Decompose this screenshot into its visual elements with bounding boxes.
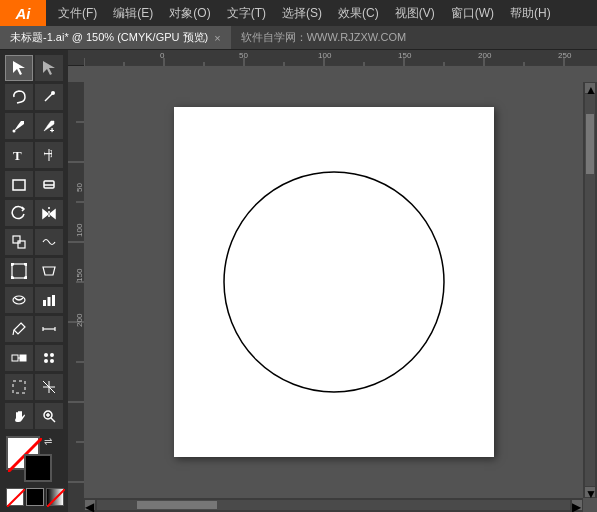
hand-tool[interactable] xyxy=(5,403,33,429)
artboard-tool2[interactable] xyxy=(5,374,33,400)
tool-row-warp xyxy=(2,228,66,256)
eyedropper-tool[interactable] xyxy=(5,316,33,342)
none-default-row xyxy=(6,488,64,506)
zoom-tool[interactable] xyxy=(35,403,63,429)
slice-tool[interactable] xyxy=(35,374,63,400)
reflect-tool[interactable] xyxy=(35,200,63,226)
lasso-tool[interactable] xyxy=(5,84,33,110)
vertical-scrollbar[interactable]: ▲ ▼ xyxy=(583,82,597,498)
rectangle-tool[interactable] xyxy=(5,171,33,197)
gradient-swatch[interactable] xyxy=(46,488,64,506)
tool-row-blend xyxy=(2,257,66,285)
svg-rect-17 xyxy=(12,264,26,278)
svg-point-21 xyxy=(25,277,28,280)
swap-colors-icon[interactable]: ⇌ xyxy=(44,436,52,447)
menu-edit[interactable]: 编辑(E) xyxy=(105,0,161,26)
menu-help[interactable]: 帮助(H) xyxy=(502,0,559,26)
menu-effect[interactable]: 效果(C) xyxy=(330,0,387,26)
svg-line-48 xyxy=(47,489,65,507)
tool-row-pen xyxy=(2,83,66,111)
canvas-svg xyxy=(174,107,494,457)
svg-text:200: 200 xyxy=(75,313,84,327)
circle-shape xyxy=(224,172,444,392)
svg-marker-13 xyxy=(43,210,48,218)
svg-line-47 xyxy=(7,489,25,507)
tool-row-shape xyxy=(2,170,66,198)
horizontal-scrollbar[interactable]: ◀ ▶ xyxy=(84,498,583,512)
menu-object[interactable]: 对象(O) xyxy=(161,0,218,26)
type-tool[interactable]: T xyxy=(5,142,33,168)
active-tab[interactable]: 未标题-1.ai* @ 150% (CMYK/GPU 预览) × xyxy=(0,26,231,49)
symbol-tool2[interactable] xyxy=(35,345,63,371)
vscroll-track[interactable] xyxy=(585,94,595,486)
rotate-tool[interactable] xyxy=(5,200,33,226)
free-transform-tool[interactable] xyxy=(5,258,33,284)
svg-text:100: 100 xyxy=(318,51,332,60)
vertical-type-tool[interactable]: T xyxy=(35,142,63,168)
reshape-tool[interactable] xyxy=(35,229,63,255)
svg-point-36 xyxy=(44,359,48,363)
svg-rect-31 xyxy=(12,355,18,361)
svg-point-37 xyxy=(50,359,54,363)
vscroll-down-btn[interactable]: ▼ xyxy=(585,487,595,497)
tool-row-eye xyxy=(2,315,66,343)
svg-point-19 xyxy=(25,263,28,266)
warp-tool2[interactable] xyxy=(5,287,33,313)
menu-file[interactable]: 文件(F) xyxy=(50,0,105,26)
menu-type[interactable]: 文字(T) xyxy=(219,0,274,26)
svg-marker-14 xyxy=(50,210,55,218)
menu-select[interactable]: 选择(S) xyxy=(274,0,330,26)
svg-point-18 xyxy=(11,263,14,266)
pen-tool[interactable] xyxy=(5,113,33,139)
perspective-tool[interactable] xyxy=(35,258,63,284)
svg-rect-24 xyxy=(43,300,46,306)
menu-window[interactable]: 窗口(W) xyxy=(443,0,502,26)
svg-point-4 xyxy=(13,130,16,133)
hscroll-thumb[interactable] xyxy=(137,501,217,509)
canvas-area: 0 50 100 150 200 250 xyxy=(68,50,597,512)
svg-rect-16 xyxy=(18,241,25,248)
hscroll-track[interactable] xyxy=(97,500,570,510)
column-graph-tool[interactable] xyxy=(35,287,63,313)
menu-bar: Ai 文件(F) 编辑(E) 对象(O) 文字(T) 选择(S) 效果(C) 视… xyxy=(0,0,597,26)
tool-row-artboard xyxy=(2,344,66,372)
scale-tool[interactable] xyxy=(5,229,33,255)
ruler-vertical: 0 50 100 150 200 xyxy=(68,82,84,512)
blend-tool2[interactable] xyxy=(5,345,33,371)
vscroll-thumb[interactable] xyxy=(586,114,594,174)
svg-text:50: 50 xyxy=(75,183,84,192)
svg-line-27 xyxy=(13,330,14,335)
add-anchor-tool[interactable]: + xyxy=(35,113,63,139)
tool-row-pen2: + xyxy=(2,112,66,140)
selection-tool[interactable] xyxy=(5,55,33,81)
svg-text:+: + xyxy=(50,127,54,134)
svg-rect-15 xyxy=(13,236,20,243)
hscroll-right-btn[interactable]: ▶ xyxy=(572,500,582,510)
swatch-stack: ⇌ xyxy=(6,436,52,482)
tab-close-button[interactable]: × xyxy=(214,32,220,44)
artboard xyxy=(174,107,494,457)
menu-items: 文件(F) 编辑(E) 对象(O) 文字(T) 选择(S) 效果(C) 视图(V… xyxy=(46,0,559,26)
ruler-horizontal: 0 50 100 150 200 250 xyxy=(68,50,597,66)
hscroll-left-btn[interactable]: ◀ xyxy=(85,500,95,510)
vscroll-up-btn[interactable]: ▲ xyxy=(585,83,595,93)
svg-point-34 xyxy=(44,353,48,357)
svg-text:50: 50 xyxy=(239,51,248,60)
svg-text:T: T xyxy=(41,150,55,158)
svg-text:150: 150 xyxy=(75,268,84,282)
svg-text:200: 200 xyxy=(478,51,492,60)
menu-view[interactable]: 视图(V) xyxy=(387,0,443,26)
svg-text:100: 100 xyxy=(75,223,84,237)
svg-point-20 xyxy=(11,277,14,280)
svg-rect-32 xyxy=(20,355,26,361)
svg-rect-26 xyxy=(52,295,55,306)
eraser-tool[interactable] xyxy=(35,171,63,197)
magic-wand-tool[interactable] xyxy=(35,84,63,110)
direct-selection-tool[interactable] xyxy=(35,55,63,81)
measure-tool[interactable] xyxy=(35,316,63,342)
black-white-swatch[interactable] xyxy=(26,488,44,506)
svg-rect-25 xyxy=(48,297,51,306)
none-swatch[interactable] xyxy=(6,488,24,506)
stroke-swatch[interactable] xyxy=(24,454,52,482)
tab-bar: 未标题-1.ai* @ 150% (CMYK/GPU 预览) × 软件自学网：W… xyxy=(0,26,597,50)
